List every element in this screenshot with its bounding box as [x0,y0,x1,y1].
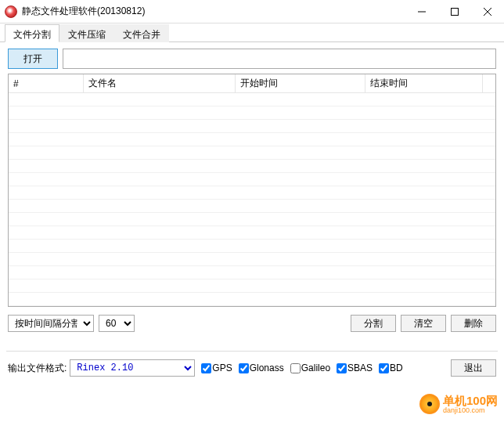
glonass-checkbox[interactable]: Glonass [239,362,284,373]
sbas-label: SBAS [347,362,373,373]
main-panel: 打开 # 文件名 开始时间 结束时间 [0,42,504,340]
col-end[interactable]: 结束时间 [365,74,483,92]
watermark: 单机100网 danji100.com [419,394,498,414]
gps-check-input[interactable] [201,363,211,373]
sbas-checkbox[interactable]: SBAS [337,362,373,373]
app-icon [5,5,17,18]
watermark-brand: 单机100网 [443,395,498,406]
gps-checkbox[interactable]: GPS [201,362,232,373]
table-row [9,200,495,213]
galileo-check-input[interactable] [290,363,301,373]
split-mode-select[interactable]: 按时间间隔分割 [8,315,94,332]
table-row [9,133,495,146]
table-row [9,120,495,133]
bd-check-input[interactable] [379,363,389,373]
sbas-check-input[interactable] [337,363,347,373]
open-button[interactable]: 打开 [8,49,58,69]
output-format-select[interactable]: Rinex 2.10 [70,359,195,377]
glonass-label: Glonass [250,362,284,373]
watermark-url: danji100.com [443,406,498,414]
galileo-checkbox[interactable]: Galileo [290,362,330,373]
table-row [9,280,495,293]
table-row [9,186,495,200]
col-start[interactable]: 开始时间 [236,74,365,92]
titlebar: 静态文件处理软件(20130812) [0,0,504,23]
table-row [9,226,495,240]
close-button[interactable] [471,0,504,23]
file-table: # 文件名 开始时间 结束时间 [8,74,496,307]
glonass-check-input[interactable] [239,363,249,373]
delete-button[interactable]: 删除 [451,315,496,332]
tab-split[interactable]: 文件分割 [5,24,59,42]
bd-label: BD [390,362,403,373]
col-scrollbar-gap [483,74,495,92]
split-button[interactable]: 分割 [351,315,396,332]
interval-select[interactable]: 60 [99,315,135,332]
minimize-button[interactable] [405,0,438,23]
table-row [9,293,495,306]
table-row [9,266,495,280]
table-row [9,213,495,226]
table-row [9,253,495,266]
table-row [9,173,495,186]
table-row [9,240,495,253]
tab-merge[interactable]: 文件合并 [114,24,169,42]
col-index[interactable]: # [9,74,84,92]
gps-label: GPS [212,362,232,373]
window-title: 静态文件处理软件(20130812) [22,5,405,18]
galileo-label: Galileo [301,362,330,373]
col-filename[interactable]: 文件名 [84,74,236,92]
maximize-button[interactable] [438,0,471,23]
footer-bar: 输出文件格式: Rinex 2.10 GPS Glonass Galileo S… [0,352,504,377]
file-path-box [63,49,496,69]
table-row [9,106,495,120]
tab-compress[interactable]: 文件压缩 [59,24,114,42]
bd-checkbox[interactable]: BD [379,362,403,373]
table-row [9,146,495,160]
table-body [9,93,495,306]
format-label: 输出文件格式: [8,362,67,375]
table-header: # 文件名 开始时间 结束时间 [9,74,495,93]
table-row [9,93,495,106]
watermark-icon [419,394,440,414]
tab-bar: 文件分割 文件压缩 文件合并 [0,23,504,42]
clear-button[interactable]: 清空 [401,315,446,332]
table-row [9,160,495,173]
exit-button[interactable]: 退出 [451,359,496,377]
svg-rect-1 [452,8,459,15]
